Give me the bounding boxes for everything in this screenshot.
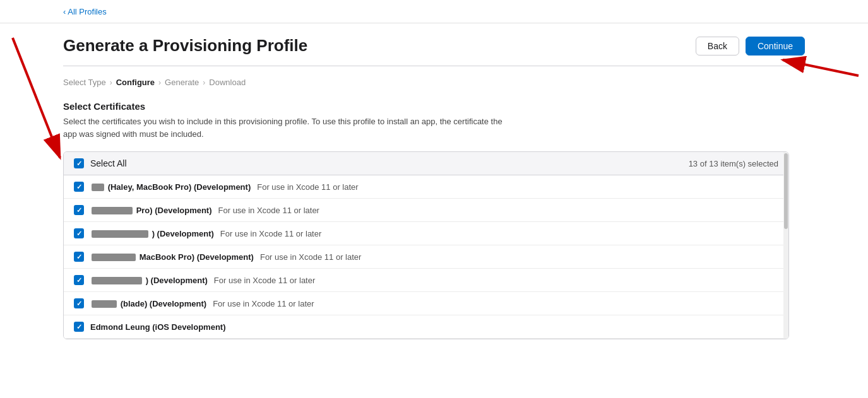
breadcrumb-step-configure: Configure: [116, 78, 155, 87]
page-title: Generate a Provisioning Profile: [63, 36, 307, 56]
cert-checkbox-2[interactable]: [74, 205, 84, 215]
cert-checkbox-1[interactable]: [74, 182, 84, 192]
cert-desc-5: For use in Xcode 11 or later: [214, 276, 315, 285]
cert-desc-1: For use in Xcode 11 or later: [257, 182, 358, 192]
select-all-left: Select All: [74, 158, 127, 168]
cert-name-6: (blade) (Development): [90, 299, 206, 308]
scroll-thumb: [784, 153, 788, 229]
chevron-icon-3: ›: [203, 78, 205, 87]
cert-name-3: ) (Development): [90, 229, 214, 238]
breadcrumb-step-generate: Generate: [165, 78, 199, 87]
cert-name-2: Pro) (Development): [90, 206, 212, 215]
cert-desc-3: For use in Xcode 11 or later: [220, 229, 321, 238]
page-wrapper: All Profiles Generate a Provisioning Pro…: [0, 0, 868, 398]
cert-checkbox-5[interactable]: [74, 275, 84, 285]
select-all-row: Select All 13 of 13 item(s) selected: [64, 152, 788, 175]
chevron-icon-1: ›: [110, 78, 112, 87]
breadcrumb-step-download: Download: [209, 78, 246, 87]
cert-name-5: ) (Development): [90, 276, 208, 285]
top-nav: All Profiles: [0, 0, 868, 23]
cert-name-4: MacBook Pro) (Development): [90, 252, 254, 262]
table-row: ) (Development) For use in Xcode 11 or l…: [64, 269, 788, 292]
table-row: (Haley, MacBook Pro) (Development) For u…: [64, 175, 788, 199]
select-all-checkbox[interactable]: [74, 158, 84, 168]
cert-name-7: Edmond Leung (iOS Development): [90, 322, 226, 332]
table-row: Edmond Leung (iOS Development): [64, 315, 788, 339]
cert-name-1: (Haley, MacBook Pro) (Development): [90, 182, 251, 192]
certificates-table: Select All 13 of 13 item(s) selected (Ha…: [63, 151, 789, 339]
section-description: Select the certificates you wish to incl…: [63, 115, 505, 140]
cert-checkbox-4[interactable]: [74, 252, 84, 262]
table-row: Pro) (Development) For use in Xcode 11 o…: [64, 199, 788, 222]
count-label: 13 of 13 item(s) selected: [689, 159, 778, 168]
chevron-icon-2: ›: [158, 78, 161, 87]
all-profiles-link[interactable]: All Profiles: [63, 7, 107, 16]
section-title: Select Certificates: [63, 101, 805, 112]
cert-checkbox-3[interactable]: [74, 228, 84, 238]
scrollbar[interactable]: [783, 152, 788, 339]
breadcrumb-step-select-type: Select Type: [63, 78, 106, 87]
cert-checkbox-6[interactable]: [74, 298, 84, 308]
select-all-label: Select All: [90, 158, 127, 168]
main-content: Generate a Provisioning Profile Back Con…: [0, 23, 868, 358]
cert-desc-2: For use in Xcode 11 or later: [218, 206, 319, 215]
page-header: Generate a Provisioning Profile Back Con…: [63, 36, 805, 56]
header-buttons: Back Continue: [696, 37, 805, 56]
cert-checkbox-7[interactable]: [74, 322, 84, 332]
cert-desc-6: For use in Xcode 11 or later: [213, 299, 314, 308]
cert-desc-4: For use in Xcode 11 or later: [260, 252, 361, 262]
breadcrumb: Select Type › Configure › Generate › Dow…: [63, 78, 805, 87]
table-row: (blade) (Development) For use in Xcode 1…: [64, 292, 788, 315]
header-divider: [63, 66, 805, 66]
table-row: ) (Development) For use in Xcode 11 or l…: [64, 222, 788, 245]
table-row: MacBook Pro) (Development) For use in Xc…: [64, 245, 788, 269]
back-button[interactable]: Back: [696, 37, 739, 56]
continue-button[interactable]: Continue: [746, 37, 805, 56]
